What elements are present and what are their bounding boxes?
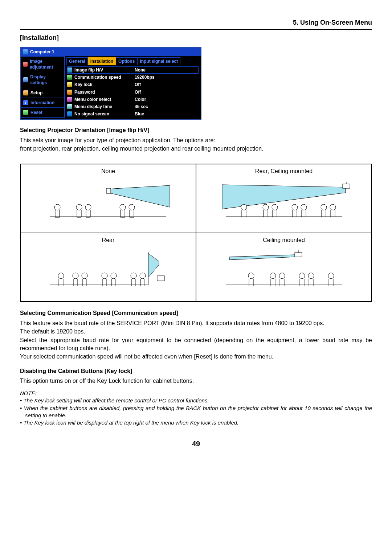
setting-label-text: Image flip H/V <box>74 67 103 73</box>
setting-label: Menu color select <box>67 97 132 102</box>
body-text: Your selected communication speed will n… <box>20 353 372 361</box>
setting-menu-color-select[interactable]: Menu color selectColor <box>67 96 199 103</box>
projection-diagram-ceiling <box>204 250 364 298</box>
diagram-label: None <box>21 164 196 178</box>
svg-point-16 <box>301 204 307 210</box>
setting-label: Image flip H/V <box>67 67 132 73</box>
section-heading: [Installation] <box>20 33 372 42</box>
disp-icon <box>23 77 28 82</box>
setup-icon <box>23 90 28 95</box>
setting-password[interactable]: PasswordOff <box>67 89 199 96</box>
projection-diagram-none <box>28 182 188 229</box>
diagram-cell-none: None <box>20 164 196 233</box>
sidebar-item-image-adjustment[interactable]: Image adjustment <box>21 56 65 72</box>
sidebar-item-label: Information <box>30 100 54 106</box>
diagram-image <box>196 247 371 301</box>
osd-tab-strip: GeneralInstallationOptionsInput signal s… <box>65 56 201 65</box>
header-rule: 5. Using On-Screen Menu <box>20 18 372 30</box>
sidebar-item-label: Image adjustment <box>30 58 62 70</box>
setting-no-signal-screen[interactable]: No signal screenBlue <box>67 110 199 118</box>
svg-point-4 <box>76 204 82 210</box>
sidebar-item-reset[interactable]: Reset <box>21 108 65 118</box>
tab-installation[interactable]: Installation <box>88 57 116 65</box>
osd-main: GeneralInstallationOptionsInput signal s… <box>65 56 201 119</box>
sidebar-item-display-settings[interactable]: Display settings <box>21 72 65 88</box>
setting-label-text: Menu display time <box>74 104 112 110</box>
key-icon <box>67 82 72 87</box>
diagram-cell-rear: Rear <box>20 233 196 302</box>
svg-point-14 <box>272 204 278 210</box>
osd-settings-list: Image flip H/VNoneCommunication speed192… <box>65 65 201 119</box>
svg-point-13 <box>263 204 269 210</box>
nos-icon <box>67 111 72 116</box>
setting-value: 45 sec <box>135 104 148 110</box>
sidebar-item-setup[interactable]: Setup <box>21 88 65 98</box>
setting-image-flip-h-v[interactable]: Image flip H/VNone <box>67 66 199 74</box>
subheading-comm-speed: Selecting Communication Speed [Communica… <box>20 309 372 317</box>
svg-rect-1 <box>106 188 111 193</box>
info-icon: i <box>23 100 28 105</box>
svg-point-28 <box>131 273 136 279</box>
diagram-label: Ceiling mounted <box>196 233 371 247</box>
svg-point-34 <box>248 273 254 279</box>
diagram-cell-ceiling: Ceiling mounted <box>196 233 372 302</box>
setting-key-lock[interactable]: Key lockOff <box>67 81 199 88</box>
setting-label-text: Menu color select <box>74 97 111 102</box>
svg-point-17 <box>321 204 327 210</box>
comm-icon <box>67 75 72 80</box>
setting-menu-display-time[interactable]: Menu display time45 sec <box>67 103 199 110</box>
pw-icon <box>67 90 72 95</box>
col-icon <box>67 97 72 102</box>
svg-point-37 <box>299 273 305 279</box>
chapter-title: 5. Using On-Screen Menu <box>20 18 372 29</box>
osd-window-title: Computer 1 <box>21 48 201 56</box>
setting-value: Blue <box>135 111 144 117</box>
subheading-key-lock: Disabling the Cabinet Buttons [Key lock] <box>20 367 372 375</box>
svg-point-18 <box>330 204 336 210</box>
osd-body: Image adjustmentDisplay settingsSetupiIn… <box>21 56 201 119</box>
svg-point-26 <box>102 273 107 279</box>
setting-label-text: Password <box>74 89 95 95</box>
computer-icon <box>23 49 28 54</box>
setting-communication-speed[interactable]: Communication speed19200bps <box>67 74 199 81</box>
body-text: This feature sets the baud rate of the S… <box>20 319 372 327</box>
reset-icon <box>23 110 28 115</box>
svg-point-38 <box>308 273 314 279</box>
tab-input-signal-select[interactable]: Input signal select <box>137 57 180 65</box>
svg-point-23 <box>58 273 64 279</box>
svg-point-5 <box>85 204 91 210</box>
svg-point-36 <box>279 273 285 279</box>
tab-options[interactable]: Options <box>116 57 137 65</box>
svg-point-7 <box>129 204 135 210</box>
note-block: NOTE: The Key lock setting will not affe… <box>20 388 372 428</box>
svg-point-25 <box>82 273 87 279</box>
osd-screenshot: Computer 1 Image adjustmentDisplay setti… <box>20 47 201 120</box>
tab-general[interactable]: General <box>66 57 88 65</box>
svg-point-15 <box>292 204 298 210</box>
setting-label-text: No signal screen <box>74 111 109 117</box>
setting-value: 19200bps <box>135 74 155 80</box>
img-icon <box>23 62 28 67</box>
body-text: This sets your image for your type of pr… <box>20 136 372 144</box>
svg-marker-8 <box>222 185 346 209</box>
svg-marker-0 <box>108 185 170 207</box>
osd-sidebar: Image adjustmentDisplay settingsSetupiIn… <box>21 56 65 119</box>
setting-label: Menu display time <box>67 104 132 110</box>
svg-rect-9 <box>343 184 350 188</box>
diagram-label: Rear, Ceiling mounted <box>196 164 371 178</box>
svg-point-39 <box>328 273 334 279</box>
svg-point-24 <box>73 273 78 279</box>
note-list: The Key lock setting will not affect the… <box>20 397 372 426</box>
setting-value: None <box>135 67 146 73</box>
setting-label: Password <box>67 89 132 95</box>
sidebar-item-information[interactable]: iInformation <box>21 98 65 108</box>
svg-point-29 <box>140 273 146 279</box>
svg-point-3 <box>54 204 60 210</box>
subheading-image-flip: Selecting Projector Orientation [Image f… <box>20 126 372 134</box>
svg-point-27 <box>111 273 117 279</box>
diagram-image <box>196 178 371 233</box>
svg-point-6 <box>120 204 126 210</box>
projection-diagram-rear-ceiling <box>204 182 364 229</box>
body-text: The default is 19200 bps. <box>20 328 372 336</box>
svg-marker-32 <box>229 255 295 260</box>
